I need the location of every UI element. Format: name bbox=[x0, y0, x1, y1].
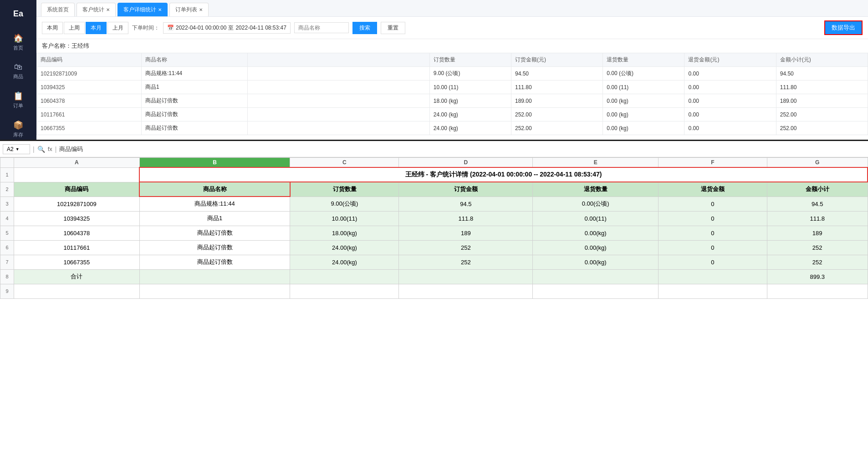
grid-r5-b[interactable]: 商品起订倍数 bbox=[139, 226, 290, 240]
grid-r8-b[interactable] bbox=[139, 269, 290, 284]
sidebar-item-home[interactable]: 🏠 首页 bbox=[0, 28, 36, 57]
grid-r6-e[interactable]: 0.00(kg) bbox=[533, 240, 659, 255]
grid-r7-a[interactable]: 10667355 bbox=[14, 255, 140, 269]
grid-r9-f[interactable] bbox=[659, 284, 767, 298]
search-input[interactable] bbox=[294, 22, 349, 33]
grid-r4-a[interactable]: 10394325 bbox=[14, 211, 140, 226]
grid-r6-d[interactable]: 252 bbox=[399, 240, 533, 255]
row-num-9: 9 bbox=[0, 284, 14, 298]
grid-r8-d[interactable] bbox=[399, 269, 533, 284]
grid-r8-f[interactable] bbox=[659, 269, 767, 284]
tab-order-list[interactable]: 订单列表 ✕ bbox=[169, 3, 209, 16]
col-header-g[interactable]: G bbox=[767, 158, 868, 168]
grid-r5-c[interactable]: 18.00(kg) bbox=[290, 226, 399, 240]
grid-r4-e[interactable]: 0.00(11) bbox=[533, 211, 659, 226]
grid-r3-c[interactable]: 9.00(公顷) bbox=[290, 197, 399, 211]
grid-r1-title[interactable]: 王经纬 - 客户统计详情 (2022-04-01 00:00:00 -- 202… bbox=[139, 167, 868, 182]
cell-ret-qty: 0.00 (kg) bbox=[603, 94, 684, 108]
col-header-b[interactable]: B bbox=[139, 158, 290, 168]
grid-r6-a[interactable]: 10117661 bbox=[14, 240, 140, 255]
grid-r8-e[interactable] bbox=[533, 269, 659, 284]
grid-r4-c[interactable]: 10.00(11) bbox=[290, 211, 399, 226]
grid-r6-c[interactable]: 24.00(kg) bbox=[290, 240, 399, 255]
btn-period-last-month[interactable]: 上月 bbox=[107, 22, 128, 34]
grid-wrapper[interactable]: A B C D E F G 1 王经纬 - 客户统计详情 (2022-04-01… bbox=[0, 157, 868, 449]
grid-r2-1[interactable]: 商品名称 bbox=[139, 182, 290, 197]
grid-r8-a[interactable]: 合计 bbox=[14, 269, 140, 284]
grid-r4-g[interactable]: 111.8 bbox=[767, 211, 868, 226]
grid-r2-6[interactable]: 金额小计 bbox=[767, 182, 868, 197]
tab-customer-stats-close[interactable]: ✕ bbox=[106, 7, 110, 12]
btn-period-month[interactable]: 本月 bbox=[86, 22, 107, 34]
col-header-a[interactable]: A bbox=[14, 158, 140, 168]
date-range[interactable]: 📅 2022-04-01 00:00:00 至 2022-04-11 08:53… bbox=[163, 22, 291, 34]
grid-r2-2[interactable]: 订货数量 bbox=[290, 182, 399, 197]
grid-r7-c[interactable]: 24.00(kg) bbox=[290, 255, 399, 269]
grid-table: A B C D E F G 1 王经纬 - 客户统计详情 (2022-04-01… bbox=[0, 157, 868, 299]
grid-r9-b[interactable] bbox=[139, 284, 290, 298]
sidebar-item-goods[interactable]: 🛍 商品 bbox=[0, 57, 36, 86]
grid-r7-f[interactable]: 0 bbox=[659, 255, 767, 269]
grid-r7-d[interactable]: 252 bbox=[399, 255, 533, 269]
grid-r4-b[interactable]: 商品1 bbox=[139, 211, 290, 226]
grid-r3-g[interactable]: 94.5 bbox=[767, 197, 868, 211]
cell-code: 102192871009 bbox=[37, 67, 142, 81]
btn-period-week[interactable]: 本周 bbox=[42, 22, 63, 34]
formula-content: 商品编码 bbox=[59, 145, 865, 153]
grid-r5-a[interactable]: 10604378 bbox=[14, 226, 140, 240]
grid-r2-3[interactable]: 订货金额 bbox=[399, 182, 533, 197]
grid-r9-d[interactable] bbox=[399, 284, 533, 298]
grid-r7-g[interactable]: 252 bbox=[767, 255, 868, 269]
grid-r5-e[interactable]: 0.00(kg) bbox=[533, 226, 659, 240]
sidebar-item-order[interactable]: 📋 订单 bbox=[0, 86, 36, 115]
grid-r2-0[interactable]: 商品编码 bbox=[14, 182, 140, 197]
grid-r9-g[interactable] bbox=[767, 284, 868, 298]
grid-r7-e[interactable]: 0.00(kg) bbox=[533, 255, 659, 269]
cell-spacer bbox=[247, 108, 429, 121]
cell-reference[interactable]: A2 ▼ bbox=[3, 144, 30, 154]
grid-r3-f[interactable]: 0 bbox=[659, 197, 767, 211]
grid-r6-g[interactable]: 252 bbox=[767, 240, 868, 255]
grid-r8-g[interactable]: 899.3 bbox=[767, 269, 868, 284]
row-num-8: 8 bbox=[0, 269, 14, 284]
grid-r5-g[interactable]: 189 bbox=[767, 226, 868, 240]
tab-customer-detail[interactable]: 客户详细统计 ✕ bbox=[117, 3, 168, 16]
grid-r6-f[interactable]: 0 bbox=[659, 240, 767, 255]
btn-period-last-week[interactable]: 上周 bbox=[64, 22, 85, 34]
grid-r2-5[interactable]: 退货金额 bbox=[659, 182, 767, 197]
col-header-e[interactable]: E bbox=[533, 158, 659, 168]
grid-r4-d[interactable]: 111.8 bbox=[399, 211, 533, 226]
grid-r9-e[interactable] bbox=[533, 284, 659, 298]
tab-customer-detail-close[interactable]: ✕ bbox=[158, 7, 162, 12]
tab-home[interactable]: 系统首页 bbox=[41, 3, 75, 16]
grid-r8-c[interactable] bbox=[290, 269, 399, 284]
spreadsheet-data-row: 5 10604378 商品起订倍数 18.00(kg) 189 0.00(kg)… bbox=[0, 226, 868, 240]
grid-r2-4[interactable]: 退货数量 bbox=[533, 182, 659, 197]
grid-r4-f[interactable]: 0 bbox=[659, 211, 767, 226]
grid-r5-d[interactable]: 189 bbox=[399, 226, 533, 240]
reset-button[interactable]: 重置 bbox=[381, 22, 405, 34]
cell-amount: 189.00 bbox=[511, 94, 603, 108]
grid-r3-a[interactable]: 102192871009 bbox=[14, 197, 140, 211]
grid-r1-a[interactable] bbox=[14, 167, 140, 182]
sidebar-item-storage[interactable]: 📦 库存 bbox=[0, 115, 36, 144]
col-header-c[interactable]: C bbox=[290, 158, 399, 168]
col-header-d[interactable]: D bbox=[399, 158, 533, 168]
export-button[interactable]: 数据导出 bbox=[824, 20, 863, 35]
date-to: 2022-04-11 08:53:47 bbox=[235, 25, 286, 31]
grid-r3-e[interactable]: 0.00(公顷) bbox=[533, 197, 659, 211]
col-header-f[interactable]: F bbox=[659, 158, 767, 168]
grid-r3-d[interactable]: 94.5 bbox=[399, 197, 533, 211]
grid-r9-c[interactable] bbox=[290, 284, 399, 298]
grid-r5-f[interactable]: 0 bbox=[659, 226, 767, 240]
row-num-4: 4 bbox=[0, 211, 14, 226]
grid-r3-b[interactable]: 商品规格:11:44 bbox=[139, 197, 290, 211]
cell-name: 商品规格:11:44 bbox=[141, 67, 247, 81]
tab-order-list-close[interactable]: ✕ bbox=[199, 7, 203, 12]
grid-r9-a[interactable] bbox=[14, 284, 140, 298]
tab-customer-stats[interactable]: 客户统计 ✕ bbox=[77, 3, 116, 16]
grid-r6-b[interactable]: 商品起订倍数 bbox=[139, 240, 290, 255]
search-button[interactable]: 搜索 bbox=[352, 22, 377, 34]
grid-r7-b[interactable]: 商品起订倍数 bbox=[139, 255, 290, 269]
cell-subtotal: 189.00 bbox=[776, 94, 868, 108]
